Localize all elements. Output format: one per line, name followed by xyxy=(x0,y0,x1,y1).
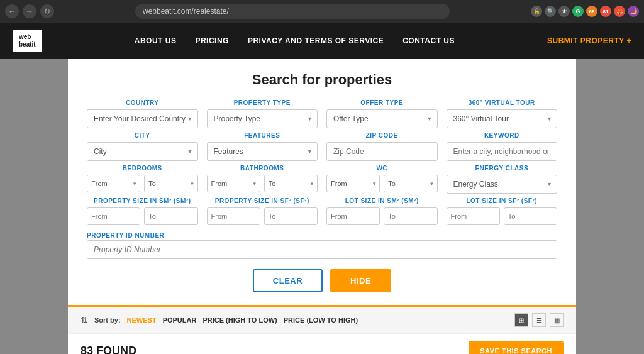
back-button[interactable]: ← xyxy=(5,4,19,18)
wc-label: WC xyxy=(326,165,438,172)
bathrooms-group: BATHROOMS From To xyxy=(207,165,318,194)
save-search-button[interactable]: SAVE THIS SEARCH xyxy=(469,341,564,354)
bathrooms-pair: From To xyxy=(207,175,318,192)
virtual-tour-label: 360° VIRTUAL TOUR xyxy=(447,99,558,106)
zip-group: ZIP CODE xyxy=(326,132,438,161)
prop-size-sm-to[interactable] xyxy=(144,207,197,225)
zip-input[interactable] xyxy=(326,142,438,161)
browser-icon-green: G xyxy=(572,6,584,17)
bedrooms-to-select[interactable]: To xyxy=(144,175,197,192)
url-bar[interactable] xyxy=(135,4,450,19)
city-select-wrapper: City xyxy=(87,142,198,161)
energy-class-group: ENERGY CLASS Energy Class xyxy=(447,165,558,194)
bathrooms-from-select[interactable]: From xyxy=(207,175,260,192)
wc-to-wrap: To xyxy=(384,175,437,192)
energy-class-select[interactable]: Energy Class xyxy=(447,175,558,194)
offer-type-group: OFFER TYPE Offer Type xyxy=(326,99,438,128)
view-icons: ⊞ ☰ ▦ xyxy=(514,313,564,327)
sort-bar: ⇅ Sort by: NEWEST POPULAR PRICE (HIGH TO… xyxy=(68,305,576,333)
property-type-select-wrapper: Property Type xyxy=(207,109,318,128)
bedrooms-from-wrap: From xyxy=(87,175,140,192)
lot-size-sm-to[interactable] xyxy=(384,207,437,225)
bathrooms-to-select[interactable]: To xyxy=(264,175,318,192)
browser-chrome: ← → ↻ 🔒 🔍 ★ G 66 81 🦊 🌙 xyxy=(0,0,644,23)
bedrooms-from-select[interactable]: From xyxy=(87,175,140,192)
prop-size-sf-pair xyxy=(207,207,318,225)
lot-size-sf-from[interactable] xyxy=(447,207,500,225)
hide-button[interactable]: HIDE xyxy=(330,269,391,292)
offer-type-select[interactable]: Offer Type xyxy=(326,109,438,128)
browser-icon-66: 66 xyxy=(586,6,597,17)
property-type-select[interactable]: Property Type xyxy=(207,109,318,128)
logo[interactable]: web beatit xyxy=(13,30,42,52)
found-count: 83 FOUND xyxy=(80,345,136,355)
submit-property-link[interactable]: SUBMIT PROPERTY + xyxy=(547,36,631,45)
browser-icon-2: 🔍 xyxy=(545,6,556,17)
browser-icons: 🔒 🔍 ★ G 66 81 🦊 🌙 xyxy=(531,6,639,17)
nav-privacy[interactable]: PRIVACY AND TERMS OF SERVICE xyxy=(248,36,384,45)
main-content: Search for properties COUNTRY Enter Your… xyxy=(0,59,644,354)
nav-about[interactable]: ABOUT US xyxy=(135,36,177,45)
sort-newest[interactable]: NEWEST xyxy=(127,316,157,324)
prop-size-sf-to[interactable] xyxy=(264,207,318,225)
prop-size-sm-from[interactable] xyxy=(87,207,140,225)
button-row: CLEAR HIDE xyxy=(87,269,557,292)
city-group: CITY City xyxy=(87,132,198,161)
prop-size-sm-pair xyxy=(87,207,198,225)
lot-size-sf-label: LOT SIZE IN SF² (SF²) xyxy=(447,197,558,204)
form-row-5: PROPERTY ID NUMBER xyxy=(87,229,557,259)
features-select-wrapper: Features xyxy=(207,142,318,161)
sort-popular[interactable]: POPULAR xyxy=(163,316,197,324)
country-select-wrapper: Enter Your Desired Country xyxy=(87,109,198,128)
wc-pair: From To xyxy=(326,175,438,192)
form-row-2: CITY City FEATURES Features ZIP CODE xyxy=(87,132,557,161)
offer-type-select-wrapper: Offer Type xyxy=(326,109,438,128)
browser-icon-fox: 🦊 xyxy=(614,6,625,17)
lot-size-sf-to[interactable] xyxy=(504,207,557,225)
features-group: FEATURES Features xyxy=(207,132,318,161)
nav-links: ABOUT US PRICING PRIVACY AND TERMS OF SE… xyxy=(135,36,455,45)
logo-line2: beatit xyxy=(19,41,36,48)
compact-view-icon[interactable]: ▦ xyxy=(550,313,564,327)
features-label: FEATURES xyxy=(207,132,318,139)
sort-price-low[interactable]: PRICE (LOW TO HIGH) xyxy=(284,316,358,324)
offer-type-label: OFFER TYPE xyxy=(326,99,438,106)
city-label: CITY xyxy=(87,132,198,139)
prop-size-sf-from[interactable] xyxy=(207,207,260,225)
prop-size-sm-label: PROPERTY SIZE IN SM² (SM²) xyxy=(87,197,198,204)
virtual-tour-select[interactable]: 360° Virtual Tour xyxy=(447,109,558,128)
sort-price-high[interactable]: PRICE (HIGH TO LOW) xyxy=(203,316,277,324)
country-select[interactable]: Enter Your Desired Country xyxy=(87,109,198,128)
wc-to-select[interactable]: To xyxy=(384,175,437,192)
nav-contact[interactable]: CONTACT US xyxy=(402,36,455,45)
bedrooms-pair: From To xyxy=(87,175,198,192)
prop-size-sf-label: PROPERTY SIZE IN SF² (SF²) xyxy=(207,197,318,204)
lot-size-sm-from[interactable] xyxy=(326,207,380,225)
clear-button[interactable]: CLEAR xyxy=(253,269,323,292)
reload-button[interactable]: ↻ xyxy=(40,4,54,18)
property-id-input[interactable] xyxy=(87,240,557,259)
lot-size-sm-group: LOT SIZE IN SM² (SM²) xyxy=(326,197,438,225)
bathrooms-from-wrap: From xyxy=(207,175,260,192)
lot-size-sf-group: LOT SIZE IN SF² (SF²) xyxy=(447,197,558,225)
grid-view-icon[interactable]: ⊞ xyxy=(514,313,528,327)
property-type-label: PROPERTY TYPE xyxy=(207,99,318,106)
bedrooms-group: BEDROOMS From To xyxy=(87,165,198,194)
forward-button[interactable]: → xyxy=(23,4,36,18)
nav-pricing[interactable]: PRICING xyxy=(195,36,229,45)
virtual-tour-select-wrapper: 360° Virtual Tour xyxy=(447,109,558,128)
wc-group: WC From To xyxy=(326,165,438,194)
list-view-icon[interactable]: ☰ xyxy=(532,313,546,327)
features-select[interactable]: Features xyxy=(207,142,318,161)
country-label: COUNTRY xyxy=(87,99,198,106)
browser-icon-3: ★ xyxy=(558,6,570,17)
wc-from-select[interactable]: From xyxy=(326,175,380,192)
property-id-label: PROPERTY ID NUMBER xyxy=(87,232,164,239)
keyword-input[interactable] xyxy=(447,142,558,161)
bathrooms-to-wrap: To xyxy=(264,175,318,192)
city-select[interactable]: City xyxy=(87,142,198,161)
prop-size-sf-group: PROPERTY SIZE IN SF² (SF²) xyxy=(207,197,318,225)
bedrooms-label: BEDROOMS xyxy=(87,165,198,172)
sort-by-label: Sort by: xyxy=(94,316,121,324)
browser-icon-moon: 🌙 xyxy=(628,6,639,17)
